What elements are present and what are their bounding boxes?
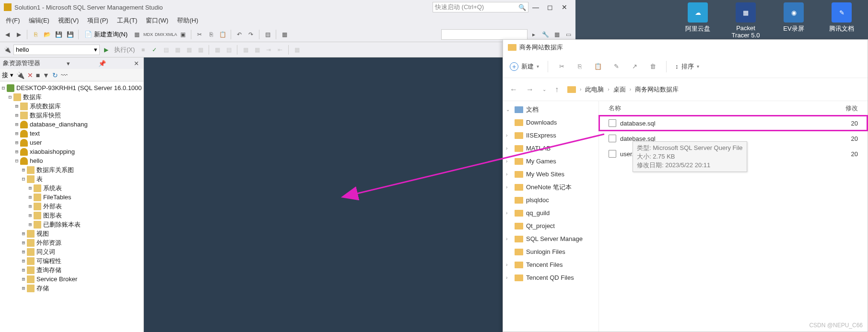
outdent-icon[interactable]: ⇤ (275, 45, 285, 55)
expand-icon[interactable]: ⊞ (20, 249, 27, 255)
paste-button[interactable]: 📋 (217, 29, 228, 40)
panel-close-icon[interactable]: ✕ (132, 60, 141, 67)
desktop-icon-packettracer[interactable]: ▦Packet Tracer 5.0 (729, 2, 762, 39)
sidebar-item[interactable]: ›qq_guild (503, 206, 598, 219)
tree-systables[interactable]: 系统表 (43, 184, 62, 193)
tree-db2[interactable]: text (30, 130, 40, 137)
connect-icon[interactable]: 🔌 (16, 71, 24, 79)
sidebar-documents[interactable]: ⌄文档 (503, 103, 598, 116)
results-text-icon[interactable]: ▤ (223, 45, 234, 55)
window-layout-icon[interactable]: ▭ (563, 29, 574, 40)
expand-icon[interactable]: ⊟ (7, 94, 13, 100)
desktop-icon-tencent[interactable]: ✎腾讯文档 (825, 2, 858, 39)
include-plan-icon[interactable]: ▦ (172, 45, 183, 55)
expand-icon[interactable]: ⊞ (27, 185, 34, 191)
solution-dropdown[interactable] (441, 29, 528, 40)
tree-diagram[interactable]: 数据库关系图 (36, 166, 74, 174)
minimize-button[interactable]: — (528, 2, 543, 12)
close-button[interactable]: ✕ (557, 2, 572, 12)
dmx-icon[interactable]: DMX (154, 29, 165, 40)
expand-icon[interactable]: ⊞ (20, 167, 27, 173)
share-icon[interactable]: ↗ (630, 62, 639, 71)
expand-icon[interactable]: ⊞ (13, 139, 20, 146)
xmla-icon[interactable]: XMLA (166, 29, 176, 40)
tree-sysdb[interactable]: 系统数据库 (30, 102, 61, 111)
file-row-datebase[interactable]: datebase.sql 20 类型: Microsoft SQL Server… (599, 131, 868, 146)
sort-button[interactable]: ↕ 排序 ▾ (675, 62, 699, 71)
tree-tables[interactable]: 表 (36, 175, 43, 183)
tree-prog[interactable]: 可编程性 (36, 257, 61, 265)
sidebar-item[interactable]: ›OneNote 笔记本 (503, 181, 598, 194)
cut-icon[interactable]: ✂ (557, 62, 566, 71)
sidebar-item[interactable]: ›SQL Server Manage (503, 232, 598, 245)
desktop-icon-ev[interactable]: ◉EV录屏 (777, 2, 810, 39)
sidebar-item[interactable]: ›My Web Sites (503, 168, 598, 181)
cube-icon[interactable]: ▣ (177, 29, 188, 40)
tree-servicebroker[interactable]: Service Broker (36, 275, 77, 283)
tree-filetables[interactable]: FileTables (43, 194, 71, 201)
refresh-icon[interactable]: ↻ (52, 71, 58, 79)
panel-dropdown-icon[interactable]: ▾ (65, 60, 71, 67)
delete-icon[interactable]: 🗑 (648, 62, 657, 71)
menu-edit[interactable]: 编辑(E) (25, 15, 53, 26)
up-button[interactable]: ↑ (555, 85, 559, 94)
file-row-database[interactable]: database.sql 20 (599, 115, 868, 131)
expand-icon[interactable]: ⊟ (0, 85, 7, 91)
copy-button[interactable]: ⎘ (206, 29, 216, 40)
activity-monitor-icon[interactable]: ▤ (262, 29, 273, 40)
expand-icon[interactable]: ⊞ (20, 285, 27, 291)
menu-help[interactable]: 帮助(H) (173, 15, 202, 26)
tree-server[interactable]: DESKTOP-93KRHH1 (SQL Server 16.0.1000 (16, 84, 142, 92)
toolbox-icon[interactable]: ▦ (551, 29, 562, 40)
expand-icon[interactable]: ⊞ (27, 221, 34, 228)
menu-file[interactable]: 件(F) (2, 15, 24, 26)
tree-exttables[interactable]: 外部表 (43, 202, 62, 211)
sidebar-item[interactable]: ›IISExpress (503, 129, 598, 142)
desktop-icon-aliyun[interactable]: ☁阿里云盘 (681, 2, 715, 39)
tree-storage[interactable]: 存储 (36, 284, 49, 293)
plan-icon[interactable]: ▤ (161, 45, 171, 55)
menu-project[interactable]: 项目(P) (83, 15, 112, 26)
expand-icon[interactable]: ⊞ (20, 230, 27, 237)
indent-icon[interactable]: ⇥ (263, 45, 274, 55)
object-tree[interactable]: ⊟DESKTOP-93KRHH1 (SQL Server 16.0.1000 ⊟… (0, 81, 143, 332)
copy-icon[interactable]: ⎘ (575, 62, 585, 71)
sidebar-item[interactable]: ›MATLAB (503, 142, 598, 155)
forward-button[interactable]: → (526, 85, 534, 94)
expand-icon[interactable]: ⊞ (20, 267, 27, 273)
expand-icon[interactable]: ⊞ (13, 149, 20, 155)
sidebar-item[interactable]: ›My Games (503, 155, 598, 168)
tree-querystore[interactable]: 查询存储 (36, 266, 61, 275)
tree-db3[interactable]: user (30, 139, 42, 146)
crumb-folder[interactable]: 商务网站数据库 (635, 85, 679, 94)
redo-button[interactable]: ↷ (246, 29, 256, 40)
tree-extres[interactable]: 外部资源 (36, 239, 61, 247)
expand-icon[interactable]: ⊞ (27, 203, 34, 209)
connect-icon[interactable]: 🔌 (2, 45, 12, 55)
expand-icon[interactable]: ⊞ (13, 112, 20, 118)
breadcrumb[interactable]: › 此电脑 › 桌面 › 商务网站数据库 (567, 85, 679, 94)
tree-views[interactable]: 视图 (36, 229, 49, 238)
tree-graphtables[interactable]: 图形表 (43, 211, 62, 220)
menu-tools[interactable]: 工具(T) (113, 15, 141, 26)
execute-button[interactable]: ▶ (101, 45, 111, 55)
expand-icon[interactable]: ⊞ (13, 130, 20, 137)
properties-icon[interactable]: ▸ (528, 29, 539, 40)
results-grid-icon[interactable]: ▦ (212, 45, 223, 55)
new-button[interactable]: + 新建 ▾ (510, 62, 539, 71)
crumb-thispc[interactable]: 此电脑 (585, 85, 604, 94)
tree-deleted[interactable]: 已删除账本表 (43, 220, 81, 229)
tree-db1[interactable]: database_dianshang (30, 121, 88, 128)
tree-dbsnap[interactable]: 数据库快照 (30, 111, 61, 120)
panel-pin-icon[interactable]: 📌 (97, 60, 107, 67)
col-modified[interactable]: 修改 (845, 104, 858, 113)
expand-icon[interactable]: ⊞ (20, 258, 27, 264)
quick-launch-input[interactable]: 快速启动 (Ctrl+Q) 🔍 (433, 2, 528, 12)
menu-window[interactable]: 窗口(W) (142, 15, 172, 26)
paste-icon[interactable]: 📋 (593, 62, 603, 71)
filter-icon[interactable]: ▼ (43, 71, 49, 79)
sidebar-item[interactable]: plsqldoc (503, 194, 598, 206)
expand-icon[interactable]: ⊞ (27, 212, 34, 218)
col-name[interactable]: 名称 (609, 104, 845, 113)
cut-button[interactable]: ✂ (194, 29, 205, 40)
